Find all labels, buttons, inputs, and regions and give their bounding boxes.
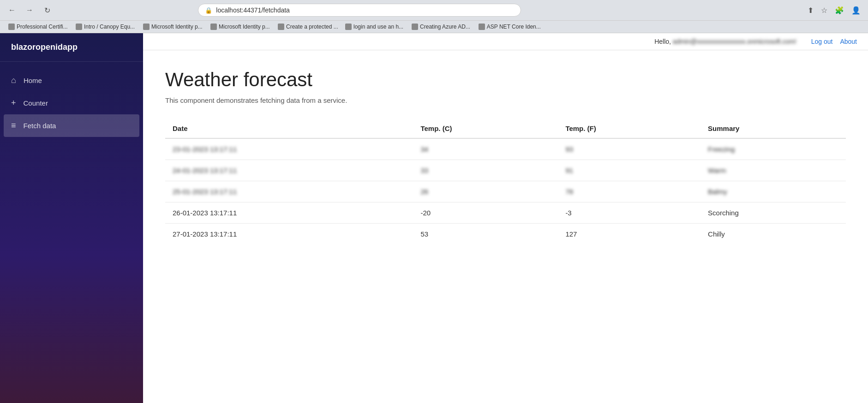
home-icon: ⌂ xyxy=(11,76,16,85)
page-title: Weather forecast xyxy=(165,69,846,91)
bookmarks-bar: Professional Certifi...Intro / Canopy Eq… xyxy=(0,20,868,33)
cell-summary: Warm xyxy=(700,160,846,181)
table-header: DateTemp. (C)Temp. (F)Summary xyxy=(165,119,846,138)
bookmark-favicon xyxy=(345,24,352,30)
browser-toolbar: ← → ↻ 🔒 localhost:44371/fetchdata ⬆ ☆ 🧩 … xyxy=(0,0,868,20)
sidebar-item-home[interactable]: ⌂Home xyxy=(0,69,143,92)
cell-temp-c: 26 xyxy=(413,181,558,202)
cell-date: 26-01-2023 13:17:11 xyxy=(165,202,413,224)
address-text: localhost:44371/fetchdata xyxy=(216,6,290,14)
bookmark-favicon xyxy=(412,24,418,30)
table-row: 26-01-2023 13:17:11-20-3Scorching xyxy=(165,202,846,224)
bookmark-item[interactable]: Microsoft Identity p... xyxy=(140,23,205,31)
cell-temp-f: 91 xyxy=(558,160,700,181)
table-row: 25-01-2023 13:17:112678Balmy xyxy=(165,181,846,202)
cell-temp-f: 93 xyxy=(558,138,700,160)
sidebar: blazoropenidapp ⌂Home+Counter≡Fetch data xyxy=(0,33,143,403)
bookmark-label: ASP NET Core Iden... xyxy=(487,24,540,30)
cell-date: 23-01-2023 13:17:11 xyxy=(165,138,413,160)
browser-chrome: ← → ↻ 🔒 localhost:44371/fetchdata ⬆ ☆ 🧩 … xyxy=(0,0,868,33)
fetch-data-label: Fetch data xyxy=(24,122,56,130)
fetch-data-icon: ≡ xyxy=(11,121,16,130)
sidebar-nav: ⌂Home+Counter≡Fetch data xyxy=(0,62,143,144)
cell-temp-f: -3 xyxy=(558,202,700,224)
cell-date: 24-01-2023 13:17:11 xyxy=(165,160,413,181)
cell-summary: Freezing xyxy=(700,138,846,160)
bookmark-label: Creating Azure AD... xyxy=(420,24,470,30)
share-button[interactable]: ⬆ xyxy=(806,4,815,17)
sidebar-item-fetch-data[interactable]: ≡Fetch data xyxy=(4,114,139,137)
sidebar-brand: blazoropenidapp xyxy=(0,33,143,62)
bookmark-label: Create a protected ... xyxy=(286,24,338,30)
bookmark-favicon xyxy=(210,24,217,30)
cell-date: 27-01-2023 13:17:11 xyxy=(165,224,413,245)
cell-temp-c: 34 xyxy=(413,138,558,160)
app-container: blazoropenidapp ⌂Home+Counter≡Fetch data… xyxy=(0,33,868,403)
cell-temp-f: 127 xyxy=(558,224,700,245)
user-greeting: Hello, admin@xxxxxxxxxxxxxxx.onmicrosoft… xyxy=(654,38,796,45)
col-header-tempf: Temp. (F) xyxy=(558,119,700,138)
bookmark-item[interactable]: Creating Azure AD... xyxy=(409,23,473,31)
col-header-date: Date xyxy=(165,119,413,138)
address-bar[interactable]: 🔒 localhost:44371/fetchdata xyxy=(198,4,521,17)
browser-actions: ⬆ ☆ 🧩 👤 xyxy=(806,4,862,17)
cell-summary: Chilly xyxy=(700,224,846,245)
weather-table: DateTemp. (C)Temp. (F)Summary 23-01-2023… xyxy=(165,119,846,244)
top-bar: Hello, admin@xxxxxxxxxxxxxxx.onmicrosoft… xyxy=(143,33,868,50)
bookmark-item[interactable]: ASP NET Core Iden... xyxy=(476,23,540,31)
bookmark-label: Professional Certifi... xyxy=(17,24,68,30)
profile-button[interactable]: 👤 xyxy=(850,4,862,17)
bookmark-favicon xyxy=(8,24,15,30)
logout-link[interactable]: Log out xyxy=(811,38,833,45)
bookmark-item[interactable]: Microsoft Identity p... xyxy=(208,23,272,31)
cell-temp-c: -20 xyxy=(413,202,558,224)
cell-summary: Scorching xyxy=(700,202,846,224)
col-header-summary: Summary xyxy=(700,119,846,138)
bookmark-item[interactable]: Create a protected ... xyxy=(275,23,340,31)
counter-icon: + xyxy=(11,98,16,108)
table-header-row: DateTemp. (C)Temp. (F)Summary xyxy=(165,119,846,138)
home-label: Home xyxy=(24,77,42,84)
bookmark-button[interactable]: ☆ xyxy=(819,4,829,17)
cell-temp-f: 78 xyxy=(558,181,700,202)
bookmark-label: Microsoft Identity p... xyxy=(219,24,270,30)
bookmark-favicon xyxy=(76,24,82,30)
cell-temp-c: 53 xyxy=(413,224,558,245)
bookmark-favicon xyxy=(278,24,284,30)
table-body: 23-01-2023 13:17:113493Freezing24-01-202… xyxy=(165,138,846,244)
content-area: Weather forecast This component demonstr… xyxy=(143,50,868,263)
forward-button[interactable]: → xyxy=(23,4,36,17)
user-email: admin@xxxxxxxxxxxxxxx.onmicrosoft.com! xyxy=(673,38,796,45)
bookmark-favicon xyxy=(143,24,150,30)
right-panel: Hello, admin@xxxxxxxxxxxxxxx.onmicrosoft… xyxy=(143,33,868,403)
table-row: 23-01-2023 13:17:113493Freezing xyxy=(165,138,846,160)
sidebar-item-counter[interactable]: +Counter xyxy=(0,92,143,114)
bookmark-label: Microsoft Identity p... xyxy=(151,24,203,30)
bookmark-favicon xyxy=(479,24,485,30)
main-content: Weather forecast This component demonstr… xyxy=(143,50,868,403)
bookmark-label: Intro / Canopy Equ... xyxy=(84,24,135,30)
lock-icon: 🔒 xyxy=(205,7,212,14)
refresh-button[interactable]: ↻ xyxy=(41,4,54,17)
bookmark-item[interactable]: login and use an h... xyxy=(342,23,406,31)
bookmark-label: login and use an h... xyxy=(353,24,403,30)
table-row: 27-01-2023 13:17:1153127Chilly xyxy=(165,224,846,245)
cell-summary: Balmy xyxy=(700,181,846,202)
bookmark-item[interactable]: Intro / Canopy Equ... xyxy=(73,23,138,31)
col-header-tempc: Temp. (C) xyxy=(413,119,558,138)
extensions-button[interactable]: 🧩 xyxy=(833,4,846,17)
table-row: 24-01-2023 13:17:113391Warm xyxy=(165,160,846,181)
counter-label: Counter xyxy=(24,99,48,107)
back-button[interactable]: ← xyxy=(6,4,18,17)
about-link[interactable]: About xyxy=(840,38,857,45)
cell-date: 25-01-2023 13:17:11 xyxy=(165,181,413,202)
bookmark-item[interactable]: Professional Certifi... xyxy=(6,23,70,31)
page-subtitle: This component demonstrates fetching dat… xyxy=(165,96,846,104)
cell-temp-c: 33 xyxy=(413,160,558,181)
